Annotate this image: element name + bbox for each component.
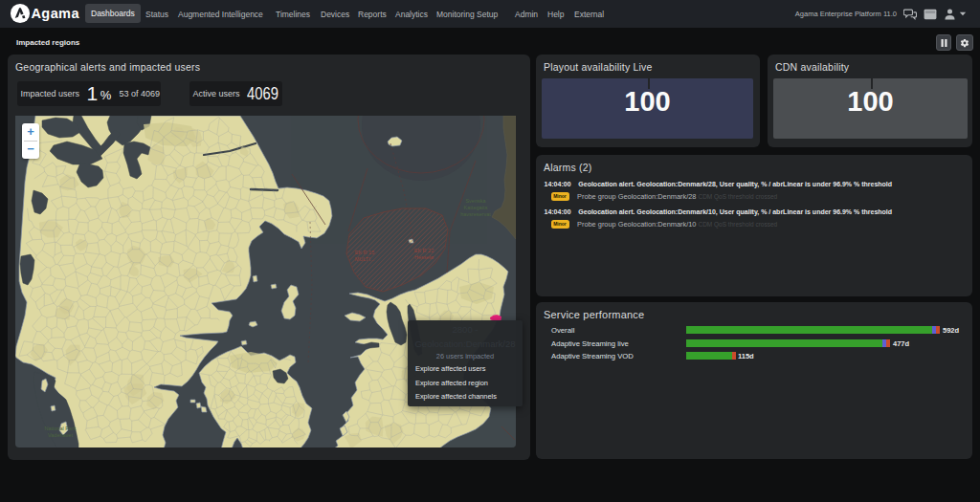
svg-text:EK R 15: EK R 15 bbox=[355, 250, 374, 255]
svg-text:Kattegatts: Kattegatts bbox=[464, 205, 488, 210]
svg-text:National Park: National Park bbox=[44, 426, 76, 431]
svg-text:Vadehavet: Vadehavet bbox=[48, 432, 73, 438]
svg-text:Svenska: Svenska bbox=[465, 198, 486, 204]
svg-text:EK R 22: EK R 22 bbox=[414, 248, 434, 253]
svg-text:Hesselø: Hesselø bbox=[414, 254, 434, 260]
svg-text:MULTI...: MULTI... bbox=[355, 256, 375, 262]
svg-text:havsreservat: havsreservat bbox=[460, 211, 491, 217]
